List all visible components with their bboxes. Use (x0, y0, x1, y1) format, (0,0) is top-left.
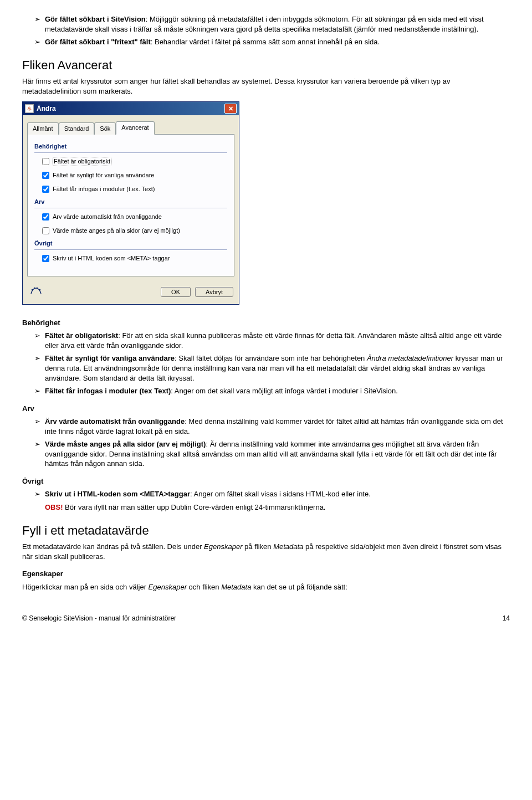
subhead-behorighet: Behörighet (22, 318, 510, 328)
paragraph: Ett metadatavärde kan ändras på två stäl… (22, 542, 510, 561)
group-title-behorighet: Behörighet (34, 142, 227, 153)
checkbox-label: Fältet är obligatoriskt (53, 157, 111, 166)
ok-button[interactable]: OK (161, 287, 191, 297)
subhead-egenskaper: Egenskaper (22, 569, 510, 579)
subhead-arv: Arv (22, 404, 510, 414)
checkbox-label: Skriv ut i HTML koden som <META> taggar (53, 254, 170, 263)
bullet-marker-icon: ➢ (34, 386, 40, 396)
checkbox-row[interactable]: Fältet är obligatoriskt (40, 156, 227, 167)
list-item: ➢ Gör fältet sökbart i "fritext" fält: B… (34, 37, 510, 47)
tab-avancerat[interactable]: Avancerat (116, 121, 154, 135)
list-item-text: Värde måste anges på alla sidor (arv ej … (45, 439, 510, 469)
bullet-marker-icon: ➢ (34, 37, 40, 47)
bullet-marker-icon: ➢ (34, 14, 40, 34)
bullet-marker-icon: ➢ (34, 489, 40, 512)
group-title-ovrigt: Övrigt (34, 239, 227, 250)
bullet-marker-icon: ➢ (34, 439, 40, 469)
tab-allmant[interactable]: Allmänt (27, 122, 59, 135)
tab-sok[interactable]: Sök (94, 122, 116, 135)
checkbox-label: Fältet får infogas i moduler (t.ex. Text… (53, 185, 155, 193)
checkbox-infogas[interactable] (42, 186, 49, 193)
checkbox-synligt[interactable] (42, 172, 49, 179)
paragraph: Högerklickar man på en sida och väljer E… (22, 582, 510, 592)
checkbox-label: Fältet är synligt för vanliga användare (53, 171, 154, 180)
list-item-text: Skriv ut i HTML-koden som <META>taggar: … (45, 489, 510, 512)
checkbox-arv-alla[interactable] (42, 227, 49, 234)
tab-bar: Allmänt Standard Sök Avancerat (27, 121, 234, 135)
checkbox-arv-auto[interactable] (42, 213, 49, 220)
bullet-marker-icon: ➢ (34, 417, 40, 436)
section-heading-avancerat: Fliken Avancerat (22, 57, 510, 74)
footer-left: © Senselogic SiteVision - manual för adm… (22, 614, 176, 623)
checkbox-row[interactable]: Ärv värde automatiskt från ovanliggande (40, 212, 227, 222)
bullet-marker-icon: ➢ (34, 331, 40, 350)
close-icon[interactable]: ✕ (224, 104, 237, 114)
obs-text: Bör vara ifyllt när man sätter upp Dubli… (63, 503, 326, 511)
list-item-text: Fältet är obligatoriskt: För att en sida… (45, 331, 510, 350)
list-item-text: Gör fältet sökbart i "fritext" fält: Beh… (45, 37, 510, 47)
checkbox-meta[interactable] (42, 255, 49, 262)
page-footer: © Senselogic SiteVision - manual för adm… (22, 614, 510, 623)
list-item: ➢ Fältet får infogas i moduler (tex Text… (34, 386, 510, 396)
list-item: ➢ Gör fältet sökbart i SiteVision: Möjli… (34, 14, 510, 34)
section-intro: Här finns ett antal kryssrutor som anger… (22, 76, 510, 96)
checkbox-row[interactable]: Fältet är synligt för vanliga användare (40, 170, 227, 181)
checkbox-label: Värde måste anges på alla sidor (arv ej … (53, 227, 180, 235)
list-item: ➢ Fältet är synligt för vanliga användar… (34, 353, 510, 383)
obs-label: OBS! (45, 503, 63, 511)
checkbox-row[interactable]: Skriv ut i HTML koden som <META> taggar (40, 253, 227, 264)
dialog-title: Ändra (37, 104, 224, 113)
svg-point-0 (32, 289, 33, 290)
cancel-button[interactable]: Avbryt (195, 287, 233, 297)
subhead-ovrigt: Övrigt (22, 476, 510, 486)
footer-page-number: 14 (503, 614, 510, 623)
dialog-titlebar: ♨ Ändra ✕ (23, 102, 239, 115)
list-item-text: Fältet är synligt för vanliga användare:… (45, 353, 510, 383)
group-title-arv: Arv (34, 198, 227, 208)
dialog-andra: ♨ Ändra ✕ Allmänt Standard Sök Avancerat… (22, 101, 239, 304)
checkbox-obligatoriskt[interactable] (42, 158, 49, 165)
dialog-button-bar: OK Avbryt (23, 282, 239, 304)
list-item-text: Gör fältet sökbart i SiteVision: Möjligg… (45, 14, 510, 34)
list-item: ➢ Värde måste anges på alla sidor (arv e… (34, 439, 510, 469)
svg-point-3 (39, 289, 40, 290)
list-item: ➢ Fältet är obligatoriskt: För att en si… (34, 331, 510, 350)
list-item-text: Ärv värde automatiskt från ovanliggande:… (45, 417, 510, 436)
list-item: ➢ Ärv värde automatiskt från ovanliggand… (34, 417, 510, 436)
svg-point-2 (37, 288, 38, 289)
tab-standard[interactable]: Standard (59, 122, 95, 135)
bullet-marker-icon: ➢ (34, 353, 40, 383)
sitevision-hand-icon (28, 285, 44, 299)
tab-pane-avancerat: Behörighet Fältet är obligatoriskt Fälte… (27, 134, 234, 276)
list-item-text: Fältet får infogas i moduler (tex Text):… (45, 386, 510, 396)
java-icon: ♨ (25, 104, 34, 113)
svg-point-1 (34, 288, 35, 289)
section-heading-fyll: Fyll i ett metadatavärde (22, 522, 510, 539)
checkbox-row[interactable]: Värde måste anges på alla sidor (arv ej … (40, 225, 227, 236)
list-item: ➢ Skriv ut i HTML-koden som <META>taggar… (34, 489, 510, 512)
checkbox-label: Ärv värde automatiskt från ovanliggande (53, 213, 162, 221)
checkbox-row[interactable]: Fältet får infogas i moduler (t.ex. Text… (40, 184, 227, 194)
